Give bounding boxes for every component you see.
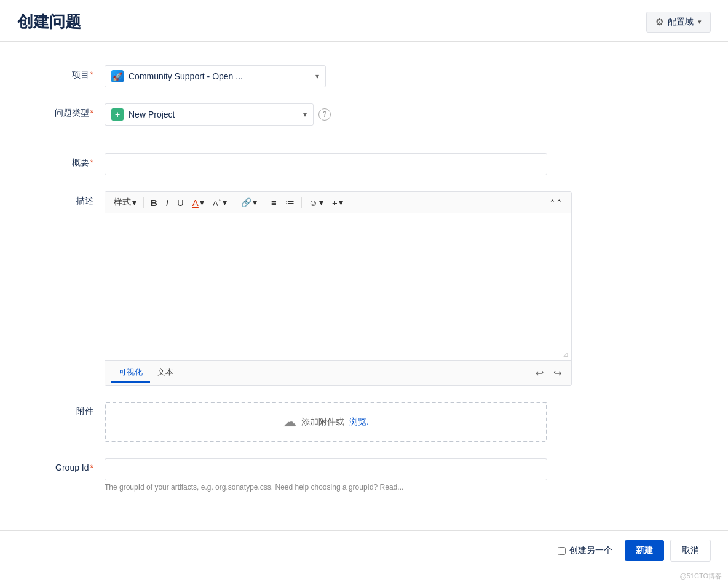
expand-button[interactable]: ⌃⌃ <box>545 196 566 210</box>
project-icon: 🚀 <box>111 70 124 82</box>
bullet-list-icon: ≡ <box>271 197 277 208</box>
bold-button[interactable]: B <box>147 195 161 210</box>
summary-label: 概要* <box>25 153 105 169</box>
create-another-label: 创建另一个 <box>569 545 612 556</box>
issue-type-select[interactable]: + New Project ▾ <box>105 103 314 126</box>
color-icon: A <box>192 197 199 208</box>
expand-icon: ⌃⌃ <box>549 198 563 207</box>
font-chevron: ▾ <box>223 197 227 207</box>
create-another-checkbox[interactable] <box>558 547 566 555</box>
groupid-label: Group Id* <box>25 458 105 472</box>
project-field: 🚀 Community Support - Open ... ▾ <box>105 65 572 87</box>
underline-icon: U <box>177 197 184 208</box>
italic-icon: I <box>166 197 168 208</box>
toolbar-sep-1 <box>143 197 144 208</box>
toolbar-sep-2 <box>234 197 234 208</box>
config-domain-button[interactable]: ⚙ 配置域 ▾ <box>646 12 711 33</box>
divider <box>0 138 728 138</box>
page-title: 创建问题 <box>17 11 81 33</box>
toolbar-sep-3 <box>264 197 264 208</box>
description-field: 样式 ▾ B I U A <box>105 191 572 386</box>
attachment-dropzone[interactable]: ☁ 添加附件或 浏览. <box>105 402 547 442</box>
project-label: 项目* <box>25 65 105 81</box>
editor-footer: 可视化 文本 ↩ ↪ <box>105 360 571 385</box>
editor-content[interactable] <box>105 213 571 349</box>
bold-icon: B <box>151 197 157 208</box>
cancel-button[interactable]: 取消 <box>670 540 711 562</box>
tab-visual[interactable]: 可视化 <box>111 363 150 383</box>
groupid-hint: The groupId of your artifacts, e.g. org.… <box>105 483 572 492</box>
project-select[interactable]: 🚀 Community Support - Open ... ▾ <box>105 65 326 87</box>
gear-icon: ⚙ <box>655 17 663 28</box>
underline-button[interactable]: U <box>173 195 188 210</box>
cloud-icon: ☁ <box>283 414 296 430</box>
issue-type-label: 问题类型* <box>25 103 105 119</box>
add-button[interactable]: + ▾ <box>328 195 347 210</box>
link-chevron: ▾ <box>253 197 257 207</box>
page-footer: 创建另一个 新建 取消 <box>0 530 728 570</box>
watermark: @51CTO博客 <box>0 570 728 582</box>
project-dropdown-arrow: ▾ <box>315 72 319 81</box>
add-icon: + <box>332 197 338 208</box>
style-chevron: ▾ <box>132 197 136 207</box>
description-editor: 样式 ▾ B I U A <box>105 191 572 386</box>
attachment-label: 附件 <box>25 402 105 417</box>
help-icon[interactable]: ? <box>318 108 331 121</box>
italic-button[interactable]: I <box>162 195 172 210</box>
undo-button[interactable]: ↩ <box>532 365 547 381</box>
description-label: 描述 <box>25 191 105 207</box>
summary-input[interactable] <box>105 153 547 175</box>
attachment-browse-link[interactable]: 浏览. <box>349 417 369 428</box>
bullet-list-button[interactable]: ≡ <box>267 195 280 210</box>
editor-footer-right: ↩ ↪ <box>532 365 565 381</box>
emoji-icon: ☺ <box>309 197 318 208</box>
project-select-value: Community Support - Open ... <box>129 71 311 81</box>
submit-button[interactable]: 新建 <box>625 540 664 561</box>
attachment-text: 添加附件或 <box>301 417 344 428</box>
issue-type-field: + New Project ▾ ? <box>105 103 572 126</box>
chevron-down-icon: ▾ <box>698 18 702 26</box>
color-chevron: ▾ <box>200 197 204 207</box>
description-row: 描述 样式 ▾ B I <box>0 185 728 392</box>
form-body: 项目* 🚀 Community Support - Open ... ▾ 问题类… <box>0 42 728 530</box>
project-row: 项目* 🚀 Community Support - Open ... ▾ <box>0 59 728 94</box>
ordered-list-icon: ≔ <box>285 197 295 208</box>
issue-type-row: 问题类型* + New Project ▾ ? <box>0 97 728 132</box>
create-another-row: 创建另一个 <box>558 545 612 556</box>
summary-row: 概要* <box>0 147 728 181</box>
attachment-field: ☁ 添加附件或 浏览. <box>105 402 572 442</box>
font-size-icon: A↑ <box>213 197 221 208</box>
color-button[interactable]: A ▾ <box>189 195 208 210</box>
link-button[interactable]: 🔗 ▾ <box>237 195 261 210</box>
attachment-row: 附件 ☁ 添加附件或 浏览. <box>0 396 728 448</box>
editor-toolbar: 样式 ▾ B I U A <box>105 192 571 213</box>
emoji-chevron: ▾ <box>319 197 323 207</box>
resize-handle[interactable]: ⊿ <box>105 349 571 360</box>
tab-text[interactable]: 文本 <box>150 363 181 383</box>
summary-field <box>105 153 572 175</box>
issue-type-select-value: New Project <box>129 110 298 119</box>
groupid-input[interactable] <box>105 458 547 480</box>
redo-button[interactable]: ↪ <box>550 365 565 381</box>
font-size-button[interactable]: A↑ ▾ <box>209 194 231 210</box>
issue-type-icon: + <box>111 108 124 121</box>
toolbar-sep-4 <box>301 197 302 208</box>
link-icon: 🔗 <box>241 197 251 207</box>
groupid-field: The groupId of your artifacts, e.g. org.… <box>105 458 572 492</box>
add-chevron: ▾ <box>339 197 343 207</box>
emoji-button[interactable]: ☺ ▾ <box>305 195 327 210</box>
config-domain-label: 配置域 <box>668 17 694 28</box>
groupid-row: Group Id* The groupId of your artifacts,… <box>0 452 728 498</box>
style-label: 样式 <box>114 197 131 208</box>
ordered-list-button[interactable]: ≔ <box>282 194 298 210</box>
issue-type-dropdown-arrow: ▾ <box>303 110 307 119</box>
style-button[interactable]: 样式 ▾ <box>110 194 140 210</box>
